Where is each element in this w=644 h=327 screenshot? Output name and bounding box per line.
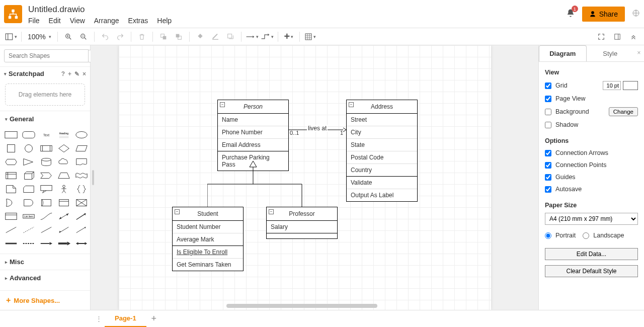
shape-data-storage[interactable] xyxy=(39,198,53,208)
fill-color-button[interactable] xyxy=(194,30,207,43)
scratchpad-add[interactable]: + xyxy=(68,70,71,77)
uml-class-person[interactable]: −Person Name Phone Number Email Address … xyxy=(217,100,289,171)
paper-size-select[interactable]: A4 (210 mm x 297 mm) xyxy=(545,213,638,225)
shape-ellipse[interactable] xyxy=(74,130,89,140)
shape-list[interactable] xyxy=(4,211,18,221)
shape-link-dash[interactable] xyxy=(22,238,36,249)
share-button[interactable]: Share xyxy=(582,7,625,22)
shadow-button[interactable] xyxy=(224,30,237,43)
generalization-tree[interactable] xyxy=(207,161,308,207)
shape-link-thick[interactable] xyxy=(57,238,71,249)
shape-square[interactable] xyxy=(4,143,18,153)
shape-text[interactable]: Text xyxy=(39,130,53,140)
association-label[interactable]: lives at xyxy=(307,125,328,132)
section-advanced[interactable]: Advanced xyxy=(0,270,90,286)
to-back-button[interactable] xyxy=(172,30,185,43)
shape-callout[interactable] xyxy=(39,184,53,194)
scratchpad-edit[interactable]: ✎ xyxy=(74,70,79,77)
conn-points-checkbox[interactable] xyxy=(545,162,551,169)
shape-line2[interactable] xyxy=(39,225,53,235)
scratchpad-dropzone[interactable]: Drag elements here xyxy=(5,84,85,106)
insert-button[interactable]: +▾ xyxy=(282,30,295,43)
canvas[interactable]: −Person Name Phone Number Email Address … xyxy=(91,45,538,310)
menu-help[interactable]: Help xyxy=(157,17,172,25)
shape-bidir-arrow[interactable] xyxy=(57,211,71,221)
shape-cylinder[interactable] xyxy=(39,157,53,167)
redo-button[interactable] xyxy=(114,30,127,43)
uml-class-professor[interactable]: −Professor Salary xyxy=(266,207,338,239)
shape-xor[interactable] xyxy=(74,198,89,208)
undo-button[interactable] xyxy=(99,30,112,43)
splitter[interactable] xyxy=(91,45,96,310)
shape-document[interactable] xyxy=(74,157,89,167)
shape-link[interactable] xyxy=(4,238,18,249)
shape-actor[interactable] xyxy=(57,184,71,194)
shape-note[interactable] xyxy=(4,184,18,194)
shape-link-arrow[interactable] xyxy=(39,238,53,249)
page-menu-button[interactable]: ⋮ xyxy=(93,315,105,322)
autosave-checkbox[interactable] xyxy=(545,186,551,193)
horizontal-scrollbar[interactable] xyxy=(226,304,377,308)
shape-card[interactable] xyxy=(22,184,36,194)
shape-line-arrow[interactable] xyxy=(74,225,89,235)
change-background-button[interactable]: Change xyxy=(609,107,638,116)
shape-or[interactable] xyxy=(4,198,18,208)
shape-container[interactable] xyxy=(57,198,71,208)
landscape-radio[interactable] xyxy=(583,232,589,239)
app-logo[interactable] xyxy=(4,5,22,23)
section-general[interactable]: General xyxy=(0,111,90,127)
shape-cloud[interactable] xyxy=(57,157,71,167)
zoom-level[interactable]: 100%▾ xyxy=(26,33,53,41)
language-icon[interactable] xyxy=(632,9,640,19)
shape-round-rect[interactable] xyxy=(22,130,36,140)
grid-checkbox[interactable] xyxy=(545,83,551,89)
menu-arrange[interactable]: Arrange xyxy=(94,17,119,25)
menu-file[interactable]: File xyxy=(28,17,40,25)
shape-tape[interactable] xyxy=(74,171,89,181)
shape-list-item[interactable]: List Item xyxy=(22,211,36,221)
shape-parallelogram[interactable] xyxy=(74,143,89,153)
shape-link-bidir[interactable] xyxy=(74,238,89,249)
format-panel-toggle[interactable] xyxy=(611,30,624,43)
shape-curve[interactable] xyxy=(39,211,53,221)
notifications-button[interactable]: 1 xyxy=(566,9,575,19)
shape-rect[interactable] xyxy=(4,130,18,140)
uml-class-student[interactable]: −Student Student Number Average Mark Is … xyxy=(172,207,244,271)
search-input[interactable] xyxy=(4,49,89,62)
section-misc[interactable]: Misc xyxy=(0,254,90,270)
guides-checkbox[interactable] xyxy=(545,174,551,181)
zoom-out-button[interactable] xyxy=(77,30,90,43)
shape-triangle[interactable] xyxy=(22,157,36,167)
page-tab-1[interactable]: Page-1 xyxy=(105,310,146,327)
line-color-button[interactable] xyxy=(209,30,222,43)
menu-edit[interactable]: Edit xyxy=(49,17,61,25)
edit-data-button[interactable]: Edit Data... xyxy=(545,248,638,260)
shape-step[interactable] xyxy=(39,171,53,181)
shape-process[interactable] xyxy=(39,143,53,153)
background-checkbox[interactable] xyxy=(545,109,551,115)
connection-style-button[interactable]: ▾ xyxy=(246,30,259,43)
shape-trapezoid[interactable] xyxy=(57,171,71,181)
delete-button[interactable] xyxy=(135,30,148,43)
shape-line[interactable] xyxy=(4,225,18,235)
shape-cube[interactable] xyxy=(22,171,36,181)
shape-internal-storage[interactable] xyxy=(4,171,18,181)
table-button[interactable]: ▾ xyxy=(304,30,317,43)
shape-heading[interactable]: Heading xyxy=(57,130,71,140)
grid-color-well[interactable] xyxy=(623,81,638,90)
portrait-radio[interactable] xyxy=(545,232,551,239)
to-front-button[interactable] xyxy=(157,30,170,43)
menu-extras[interactable]: Extras xyxy=(128,17,148,25)
scratchpad-close[interactable]: × xyxy=(83,70,86,77)
sidebar-toggle-button[interactable]: ▾ xyxy=(4,30,17,43)
pageview-checkbox[interactable] xyxy=(545,96,551,102)
shape-hexagon[interactable] xyxy=(4,157,18,167)
close-icon[interactable]: × xyxy=(634,45,644,61)
uml-class-address[interactable]: −Address Street City State Postal Code C… xyxy=(346,100,418,202)
grid-size-input[interactable] xyxy=(603,81,621,90)
more-shapes-button[interactable]: +More Shapes... xyxy=(0,290,90,310)
tab-style[interactable]: Style xyxy=(587,45,634,61)
add-page-button[interactable]: + xyxy=(146,313,162,324)
document-title[interactable]: Untitled.drawio xyxy=(28,4,566,17)
shape-curly[interactable] xyxy=(74,184,89,194)
